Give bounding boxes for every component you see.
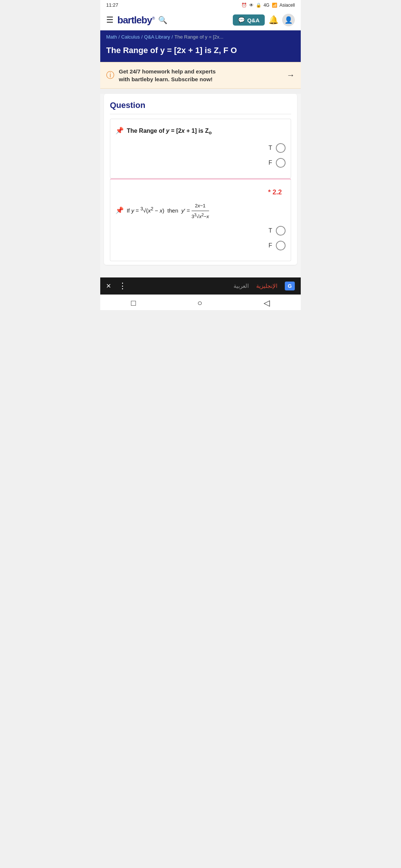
- lang-arabic-btn[interactable]: العربية: [234, 283, 249, 289]
- navbar-left: ☰ bartleby® 🔍: [106, 14, 167, 26]
- hamburger-icon[interactable]: ☰: [106, 15, 114, 25]
- promo-banner[interactable]: ⓘ Get 24/7 homework help and expertswith…: [100, 62, 301, 89]
- promo-left: ⓘ Get 24/7 homework help and expertswith…: [106, 68, 216, 83]
- bottom-nav-bar: × ⋮ العربية الإنجليزية G: [100, 277, 301, 295]
- breadcrumb-bar: Math / Calculus / Q&A Library / The Rang…: [100, 30, 301, 43]
- option-2-t-radio[interactable]: [276, 226, 286, 236]
- status-icons: ⏰ 👁 🔒 4G 📶 Asiacell: [241, 3, 295, 8]
- pin-icon: 📌: [115, 127, 124, 134]
- main-content: Question 📌 The Range of y = [2x + 1] is …: [100, 94, 301, 277]
- navbar-right: 💬 Q&A 🔔 👤: [233, 14, 295, 26]
- question-section: Question 📌 The Range of y = [2x + 1] is …: [104, 94, 297, 265]
- home-button[interactable]: ○: [198, 298, 202, 308]
- option-t-label: T: [268, 145, 272, 151]
- alarm-icon: ⏰: [241, 3, 247, 8]
- wifi-icon: 📶: [272, 3, 277, 8]
- option-f-label: F: [268, 160, 272, 166]
- option-2-true: T: [115, 226, 286, 236]
- page-title: The Range of y = [2x + 1] is Z, F O: [106, 46, 295, 55]
- bottom-nav-left: × ⋮: [106, 281, 127, 291]
- option-2-f-label: F: [268, 242, 272, 249]
- breadcrumb-current: The Range of y = [2x...: [175, 34, 224, 40]
- option-f-radio[interactable]: [276, 158, 286, 168]
- status-time: 11:27: [106, 2, 118, 8]
- pin-icon-2: 📌: [115, 207, 124, 214]
- option-t-radio[interactable]: [276, 143, 286, 153]
- back-button[interactable]: □: [131, 298, 136, 308]
- logo: bartleby®: [117, 14, 154, 26]
- option-2-false: F: [115, 241, 286, 250]
- option-true: T: [115, 143, 286, 153]
- bell-icon[interactable]: 🔔: [268, 15, 278, 25]
- qa-button[interactable]: 💬 Q&A: [233, 14, 265, 26]
- question-2-number: * 2.2: [115, 185, 286, 196]
- breadcrumb-math[interactable]: Math: [106, 34, 117, 40]
- page-title-bar: The Range of y = [2x + 1] is Z, F O: [100, 43, 301, 62]
- lock-icon: 🔒: [256, 3, 261, 8]
- question-1-options: T F: [115, 143, 286, 168]
- user-avatar[interactable]: 👤: [282, 14, 295, 26]
- option-false: F: [115, 158, 286, 168]
- option-2-f-radio[interactable]: [276, 241, 286, 250]
- qa-label: Q&A: [247, 17, 260, 23]
- signal-text: 4G: [264, 3, 270, 8]
- carrier-name: Asiacell: [280, 3, 295, 8]
- section-title: Question: [110, 101, 291, 114]
- status-bar: 11:27 ⏰ 👁 🔒 4G 📶 Asiacell: [100, 0, 301, 10]
- navbar: ☰ bartleby® 🔍 💬 Q&A 🔔 👤: [100, 10, 301, 30]
- close-icon[interactable]: ×: [106, 281, 111, 291]
- user-icon: 👤: [284, 16, 293, 24]
- google-translate-icon[interactable]: G: [285, 282, 295, 290]
- bottom-nav-center: العربية الإنجليزية G: [234, 282, 295, 290]
- recents-button[interactable]: ◁: [264, 298, 270, 308]
- more-icon[interactable]: ⋮: [118, 281, 127, 291]
- breadcrumb-library[interactable]: Q&A Library: [144, 34, 170, 40]
- question-1-statement: 📌 The Range of y = [2x + 1] is Zo: [115, 126, 286, 137]
- question-1-card: 📌 The Range of y = [2x + 1] is Zo T F: [110, 119, 291, 178]
- eye-icon: 👁: [249, 3, 254, 8]
- promo-text: Get 24/7 homework help and expertswith b…: [119, 68, 216, 83]
- promo-alert-icon: ⓘ: [106, 70, 114, 81]
- option-2-t-label: T: [268, 227, 272, 234]
- question-2-statement: 📌 If y = 3√(x2 − x) then y′ = 2x−1 33√x2…: [115, 201, 286, 221]
- lang-english-btn[interactable]: الإنجليزية: [256, 283, 277, 289]
- promo-arrow-icon[interactable]: →: [287, 70, 295, 80]
- question-2-card: * 2.2 📌 If y = 3√(x2 − x) then y′ = 2x−1…: [110, 178, 291, 261]
- search-icon[interactable]: 🔍: [158, 16, 167, 24]
- question-2-options: T F: [115, 226, 286, 250]
- chat-icon: 💬: [238, 17, 245, 23]
- system-nav: □ ○ ◁: [100, 295, 301, 310]
- breadcrumb-calculus[interactable]: Calculus: [121, 34, 140, 40]
